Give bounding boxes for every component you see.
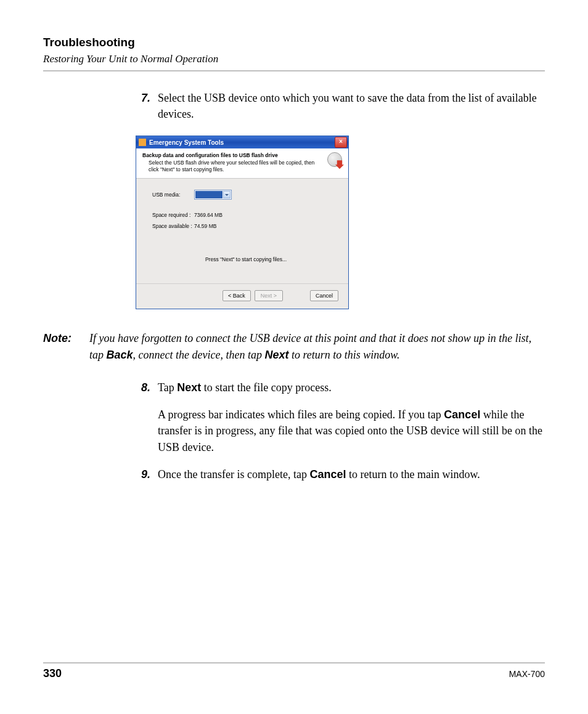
step-9-body: Once the transfer is complete, tap Cance…	[158, 466, 545, 482]
usb-media-label: USB media:	[152, 192, 194, 198]
dialog-titlebar: Emergency System Tools ×	[136, 136, 348, 148]
step-9-number: 9.	[136, 466, 158, 482]
header-divider	[43, 70, 545, 71]
note-label: Note:	[43, 330, 89, 363]
back-button[interactable]: < Back	[223, 290, 251, 301]
step-9-text-a: Once the transfer is complete, tap	[158, 468, 309, 481]
dialog-header-text: Backup data and configuration files to U…	[142, 152, 324, 173]
step-8-bold-cancel: Cancel	[444, 408, 480, 421]
space-available-label: Space available :	[152, 223, 194, 229]
next-button[interactable]: Next >	[255, 290, 283, 301]
step-9-bold-cancel: Cancel	[309, 468, 346, 481]
section-title: Troubleshooting	[43, 36, 545, 49]
dialog-button-row: < Back Next > Cancel	[136, 284, 348, 309]
note-bold-back: Back	[107, 349, 133, 361]
step-8-line1-a: Tap	[158, 381, 177, 394]
space-required-row: Space required : 7369.64 MB	[152, 212, 340, 218]
usb-media-dropdown[interactable]	[194, 190, 232, 200]
dropdown-button[interactable]	[223, 191, 231, 198]
step-8-bold-next: Next	[177, 381, 201, 394]
usb-media-selection	[195, 191, 223, 198]
note-text-2: , connect the device, then tap	[133, 349, 265, 361]
step-8-line1-c: to start the file copy process.	[201, 381, 331, 394]
step-8: 8. Tap Next to start the file copy proce…	[136, 379, 545, 455]
step-8-line2-a: A progress bar indicates which files are…	[158, 408, 444, 421]
step-9: 9. Once the transfer is complete, tap Ca…	[136, 466, 545, 482]
space-available-value: 74.59 MB	[194, 223, 216, 229]
cancel-button[interactable]: Cancel	[310, 290, 338, 301]
step-7: 7. Select the USB device onto which you …	[136, 90, 545, 122]
page-footer: 330 MAX-700	[43, 662, 545, 680]
dialog-hint: Press "Next" to start copying files...	[152, 256, 340, 262]
footer-divider	[43, 662, 545, 663]
usb-media-row: USB media:	[152, 190, 340, 200]
step-7-text: Select the USB device onto which you wan…	[158, 90, 545, 122]
product-model: MAX-700	[509, 669, 545, 679]
embedded-dialog-figure: Emergency System Tools × Backup data and…	[136, 136, 545, 309]
section-subtitle: Restoring Your Unit to Normal Operation	[43, 53, 545, 65]
dialog-heading: Backup data and configuration files to U…	[142, 152, 324, 158]
chevron-down-icon	[225, 194, 229, 196]
space-required-label: Space required :	[152, 212, 194, 218]
dialog-title: Emergency System Tools	[149, 139, 335, 146]
dialog-header: Backup data and configuration files to U…	[136, 148, 348, 179]
dialog-window: Emergency System Tools × Backup data and…	[136, 136, 349, 309]
dialog-body: USB media: Space required : 7369.64 MB S…	[136, 179, 348, 283]
note-body: If you have forgotten to connect the USB…	[89, 330, 545, 363]
step-9-text-c: to return to the main window.	[346, 468, 480, 481]
close-button[interactable]: ×	[335, 137, 347, 148]
app-icon	[139, 139, 146, 146]
space-required-value: 7369.64 MB	[194, 212, 223, 218]
step-7-number: 7.	[136, 90, 158, 122]
note-text-3: to return to this window.	[288, 349, 399, 361]
space-available-row: Space available : 74.59 MB	[152, 223, 340, 229]
dialog-description: Select the USB flash drive where your se…	[142, 160, 324, 173]
page: Troubleshooting Restoring Your Unit to N…	[0, 0, 588, 714]
note-bold-next: Next	[264, 349, 288, 361]
step-8-number: 8.	[136, 379, 158, 455]
backup-disc-icon	[327, 152, 343, 168]
note-block: Note: If you have forgotten to connect t…	[43, 330, 545, 363]
page-number: 330	[43, 667, 62, 680]
step-8-body: Tap Next to start the file copy process.…	[158, 379, 545, 455]
